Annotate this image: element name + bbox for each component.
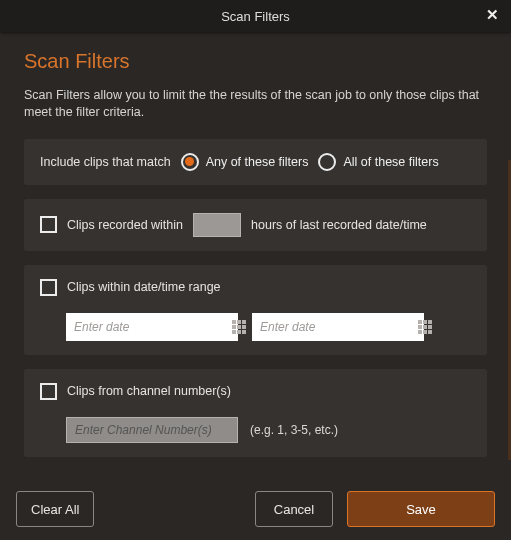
checkbox-date-range[interactable]: Clips within date/time range (40, 279, 221, 296)
checkbox-date-range-label: Clips within date/time range (67, 280, 221, 294)
channels-hint: (e.g. 1, 3-5, etc.) (250, 423, 338, 437)
calendar-icon[interactable] (232, 313, 246, 341)
radio-icon (318, 153, 336, 171)
page-title: Scan Filters (24, 50, 487, 73)
radio-icon (181, 153, 199, 171)
radio-any-filters[interactable]: Any of these filters (181, 153, 309, 171)
date-from-input[interactable] (66, 320, 232, 334)
cancel-button[interactable]: Cancel (255, 491, 333, 527)
channels-input[interactable] (66, 417, 238, 443)
radio-any-label: Any of these filters (206, 155, 309, 169)
clear-all-button[interactable]: Clear All (16, 491, 94, 527)
date-from-field[interactable] (66, 313, 238, 341)
save-button[interactable]: Save (347, 491, 495, 527)
titlebar-title: Scan Filters (221, 9, 290, 24)
match-mode-group: Include clips that match Any of these fi… (24, 139, 487, 185)
titlebar: Scan Filters ✕ (0, 0, 511, 32)
checkbox-channels[interactable]: Clips from channel number(s) (40, 383, 231, 400)
recorded-within-group: Clips recorded within hours of last reco… (24, 199, 487, 251)
page-description: Scan Filters allow you to limit the the … (24, 87, 487, 121)
dialog-footer: Clear All Cancel Save (0, 478, 511, 540)
channels-group: Clips from channel number(s) (e.g. 1, 3-… (24, 369, 487, 457)
radio-all-label: All of these filters (343, 155, 438, 169)
date-to-input[interactable] (252, 320, 418, 334)
date-to-field[interactable] (252, 313, 424, 341)
checkbox-icon (40, 383, 57, 400)
date-range-group: Clips within date/time range (24, 265, 487, 355)
checkbox-icon (40, 279, 57, 296)
checkbox-icon (40, 216, 57, 233)
dialog-content: Scan Filters Scan Filters allow you to l… (0, 32, 511, 478)
checkbox-recorded-within-label: Clips recorded within (67, 218, 183, 232)
calendar-icon[interactable] (418, 313, 432, 341)
close-icon[interactable]: ✕ (483, 6, 501, 24)
checkbox-recorded-within[interactable]: Clips recorded within (40, 216, 183, 233)
hours-input[interactable] (193, 213, 241, 237)
match-label: Include clips that match (40, 155, 171, 169)
checkbox-channels-label: Clips from channel number(s) (67, 384, 231, 398)
recorded-within-suffix: hours of last recorded date/time (251, 218, 427, 232)
radio-all-filters[interactable]: All of these filters (318, 153, 438, 171)
